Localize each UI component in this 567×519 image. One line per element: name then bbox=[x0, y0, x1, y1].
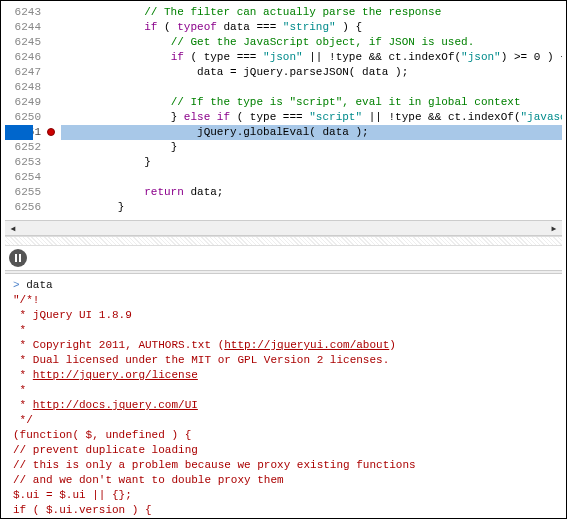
breakpoint-gutter[interactable] bbox=[47, 200, 61, 215]
line-number: 6255 bbox=[5, 185, 47, 200]
code-line[interactable]: 6252 } bbox=[5, 140, 562, 155]
scroll-left-arrow-icon[interactable]: ◀ bbox=[5, 221, 21, 235]
console-output-line: * http://docs.jquery.com/UI bbox=[13, 398, 554, 413]
console-output-line: (function( $, undefined ) { bbox=[13, 428, 554, 443]
code-content[interactable]: } else if ( type === "script" || !type &… bbox=[61, 110, 562, 125]
code-content[interactable]: } bbox=[61, 140, 562, 155]
console-pane[interactable]: > data"/*! * jQuery UI 1.8.9 * * Copyrig… bbox=[5, 274, 562, 519]
console-output-line: // and we don't want to double proxy the… bbox=[13, 473, 554, 488]
code-content[interactable]: jQuery.globalEval( data ); bbox=[61, 125, 562, 140]
code-line[interactable]: 6248 bbox=[5, 80, 562, 95]
line-number: 6248 bbox=[5, 80, 47, 95]
code-content[interactable] bbox=[61, 170, 562, 185]
breakpoint-gutter[interactable] bbox=[47, 140, 61, 155]
console-output-line: "/*! bbox=[13, 293, 554, 308]
console-link[interactable]: http://jquery.org/license bbox=[33, 369, 198, 381]
code-line[interactable]: 6253 } bbox=[5, 155, 562, 170]
line-number: 6245 bbox=[5, 35, 47, 50]
code-line[interactable]: 6250 } else if ( type === "script" || !t… bbox=[5, 110, 562, 125]
breakpoint-gutter[interactable] bbox=[47, 185, 61, 200]
code-line[interactable]: 6254 bbox=[5, 170, 562, 185]
line-number: 6254 bbox=[5, 170, 47, 185]
console-output-line: $.ui = $.ui || {}; bbox=[13, 488, 554, 503]
code-content[interactable]: // Get the JavaScript object, if JSON is… bbox=[61, 35, 562, 50]
console-output-line: * http://jquery.org/license bbox=[13, 368, 554, 383]
line-number: 6247 bbox=[5, 65, 47, 80]
line-number: 6246 bbox=[5, 50, 47, 65]
console-output-line: */ bbox=[13, 413, 554, 428]
console-link[interactable]: http://jqueryui.com/about bbox=[224, 339, 389, 351]
code-content[interactable]: // If the type is "script", eval it in g… bbox=[61, 95, 562, 110]
scroll-track[interactable] bbox=[21, 221, 546, 235]
console-input-line[interactable]: > data bbox=[13, 278, 554, 293]
horizontal-scrollbar[interactable]: ◀ ▶ bbox=[5, 220, 562, 236]
breakpoint-icon[interactable] bbox=[47, 128, 55, 136]
breakpoint-gutter[interactable] bbox=[47, 65, 61, 80]
pause-button[interactable] bbox=[9, 249, 27, 267]
console-output-line: // this is only a problem because we pro… bbox=[13, 458, 554, 473]
code-line[interactable]: 6249 // If the type is "script", eval it… bbox=[5, 95, 562, 110]
breakpoint-gutter[interactable] bbox=[47, 5, 61, 20]
line-number: 6243 bbox=[5, 5, 47, 20]
breakpoint-gutter[interactable] bbox=[47, 80, 61, 95]
breakpoint-gutter[interactable] bbox=[47, 95, 61, 110]
code-line[interactable]: 6251 jQuery.globalEval( data ); bbox=[5, 125, 562, 140]
console-output-line: * bbox=[13, 383, 554, 398]
breakpoint-gutter[interactable] bbox=[47, 20, 61, 35]
breakpoint-gutter[interactable] bbox=[47, 35, 61, 50]
line-number: 6250 bbox=[5, 110, 47, 125]
line-number: 6249 bbox=[5, 95, 47, 110]
breakpoint-gutter[interactable] bbox=[47, 155, 61, 170]
console-output-line: if ( $.ui.version ) { bbox=[13, 503, 554, 518]
code-line[interactable]: 6245 // Get the JavaScript object, if JS… bbox=[5, 35, 562, 50]
pane-divider[interactable] bbox=[5, 236, 562, 246]
breakpoint-gutter[interactable] bbox=[47, 170, 61, 185]
debugger-controls bbox=[5, 246, 562, 270]
code-line[interactable]: 6246 if ( type === "json" || !type && ct… bbox=[5, 50, 562, 65]
breakpoint-gutter[interactable] bbox=[47, 50, 61, 65]
code-editor-pane[interactable]: 6243 // The filter can actually parse th… bbox=[5, 5, 562, 220]
code-line[interactable]: 6243 // The filter can actually parse th… bbox=[5, 5, 562, 20]
code-content[interactable]: data = jQuery.parseJSON( data ); bbox=[61, 65, 562, 80]
code-content[interactable]: if ( typeof data === "string" ) { bbox=[61, 20, 562, 35]
code-line[interactable]: 6247 data = jQuery.parseJSON( data ); bbox=[5, 65, 562, 80]
code-content[interactable]: return data; bbox=[61, 185, 562, 200]
console-output-line: * Dual licensed under the MIT or GPL Ver… bbox=[13, 353, 554, 368]
console-output-line: * jQuery UI 1.8.9 bbox=[13, 308, 554, 323]
breakpoint-gutter[interactable] bbox=[47, 110, 61, 125]
code-content[interactable] bbox=[61, 80, 562, 95]
code-line[interactable]: 6244 if ( typeof data === "string" ) { bbox=[5, 20, 562, 35]
line-number: 6252 bbox=[5, 140, 47, 155]
console-output-line: * Copyright 2011, AUTHORS.txt (http://jq… bbox=[13, 338, 554, 353]
code-content[interactable]: if ( type === "json" || !type && ct.inde… bbox=[61, 50, 562, 65]
console-expression: data bbox=[26, 279, 52, 291]
console-prompt-icon: > bbox=[13, 279, 26, 291]
code-content[interactable]: // The filter can actually parse the res… bbox=[61, 5, 562, 20]
code-line[interactable]: 6256 } bbox=[5, 200, 562, 215]
console-link[interactable]: http://docs.jquery.com/UI bbox=[33, 399, 198, 411]
code-content[interactable]: } bbox=[61, 200, 562, 215]
console-output-line: * bbox=[13, 323, 554, 338]
line-number: 6253 bbox=[5, 155, 47, 170]
line-number: 6244 bbox=[5, 20, 47, 35]
console-output-line: // prevent duplicate loading bbox=[13, 443, 554, 458]
code-line[interactable]: 6255 return data; bbox=[5, 185, 562, 200]
breakpoint-gutter[interactable] bbox=[47, 125, 61, 140]
scroll-right-arrow-icon[interactable]: ▶ bbox=[546, 221, 562, 235]
line-number: 6256 bbox=[5, 200, 47, 215]
code-content[interactable]: } bbox=[61, 155, 562, 170]
